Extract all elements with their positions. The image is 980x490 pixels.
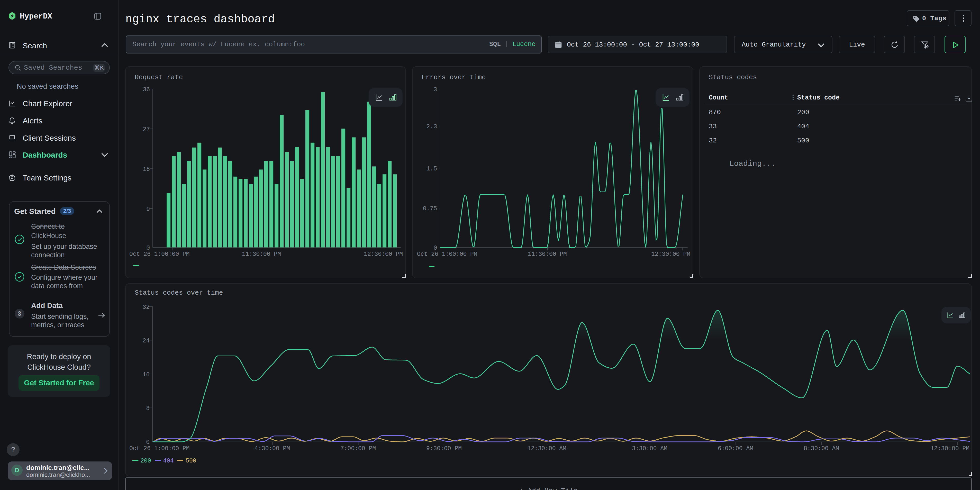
svg-text:12:30:00 PM: 12:30:00 PM [651, 251, 690, 258]
svg-text:404: 404 [163, 458, 173, 464]
svg-text:4:30:00 PM: 4:30:00 PM [255, 445, 290, 452]
svg-text:200: 200 [140, 458, 151, 464]
svg-text:3: 3 [433, 86, 437, 93]
svg-text:24: 24 [142, 337, 150, 344]
svg-text:0: 0 [146, 439, 150, 446]
svg-text:32: 32 [142, 304, 150, 310]
svg-text:7:00:00 PM: 7:00:00 PM [340, 445, 376, 452]
svg-text:1.5: 1.5 [426, 165, 437, 172]
svg-text:12:30:00 PM: 12:30:00 PM [931, 445, 969, 452]
svg-text:12:30:00 AM: 12:30:00 AM [527, 445, 566, 452]
svg-text:12:30:00 PM: 12:30:00 PM [364, 251, 403, 258]
svg-text:36: 36 [143, 86, 150, 93]
svg-text:16: 16 [142, 371, 150, 378]
svg-text:0.75: 0.75 [423, 205, 437, 212]
svg-text:9:30:00 PM: 9:30:00 PM [426, 445, 462, 452]
svg-text:27: 27 [143, 126, 150, 133]
svg-text:500: 500 [186, 458, 196, 464]
svg-text:11:30:00 PM: 11:30:00 PM [242, 251, 281, 258]
svg-text:9: 9 [146, 206, 150, 213]
svg-text:Oct 26 1:00:00 PM: Oct 26 1:00:00 PM [417, 251, 477, 258]
svg-text:8: 8 [146, 405, 150, 412]
svg-text:8:30:00 AM: 8:30:00 AM [803, 445, 839, 452]
svg-text:18: 18 [143, 166, 150, 173]
svg-text:0: 0 [146, 245, 150, 251]
svg-text:Oct 26 1:00:00 PM: Oct 26 1:00:00 PM [129, 445, 190, 452]
svg-text:0: 0 [433, 245, 437, 251]
svg-text:6:00:00 AM: 6:00:00 AM [718, 445, 753, 452]
svg-text:2.3: 2.3 [426, 123, 437, 130]
svg-text:3:30:00 AM: 3:30:00 AM [632, 445, 667, 452]
svg-text:11:30:00 PM: 11:30:00 PM [528, 251, 567, 258]
svg-text:Oct 26 1:00:00 PM: Oct 26 1:00:00 PM [129, 251, 190, 258]
